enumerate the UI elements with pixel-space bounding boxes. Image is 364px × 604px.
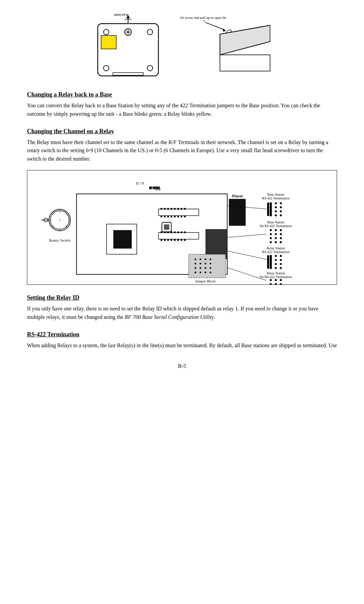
svg-rect-40	[149, 187, 152, 189]
svg-text:Relay Station: Relay Station	[267, 271, 285, 275]
svg-rect-79	[177, 239, 179, 241]
svg-rect-82	[189, 254, 225, 278]
svg-point-91	[194, 267, 196, 269]
svg-text:6: 6	[50, 219, 51, 222]
svg-point-94	[210, 267, 211, 269]
svg-rect-77	[171, 239, 172, 241]
svg-rect-53	[177, 208, 179, 210]
svg-point-126	[270, 237, 272, 239]
relay-id-italic: RF 700 Base Serial Configuration Utility	[125, 314, 214, 320]
top-diagram: unscrew tilt screw	[27, 13, 337, 81]
svg-rect-63	[184, 216, 186, 217]
svg-point-142	[280, 263, 282, 265]
svg-rect-74	[160, 239, 162, 241]
svg-rect-50	[167, 208, 169, 210]
svg-rect-62	[181, 216, 182, 217]
svg-rect-101	[164, 224, 169, 230]
svg-text:0: 0	[59, 210, 60, 213]
svg-rect-66	[160, 231, 162, 233]
svg-point-131	[280, 241, 282, 243]
svg-point-124	[275, 233, 277, 235]
svg-point-145	[280, 267, 282, 269]
svg-text:Rotary Switch: Rotary Switch	[49, 238, 70, 242]
svg-text:5: 5	[53, 225, 54, 228]
svg-point-106	[280, 202, 282, 204]
svg-rect-70	[174, 231, 176, 233]
svg-text:4: 4	[59, 228, 60, 231]
svg-point-115	[280, 214, 282, 216]
svg-text:RS-422 Termination: RS-422 Termination	[262, 250, 290, 254]
svg-line-159	[227, 268, 266, 280]
svg-rect-49	[164, 208, 165, 210]
svg-point-121	[275, 229, 277, 231]
svg-rect-78	[174, 239, 176, 241]
svg-text:Base Station: Base Station	[267, 193, 284, 196]
svg-point-122	[280, 229, 282, 231]
svg-point-83	[194, 258, 196, 260]
svg-rect-76	[167, 239, 169, 241]
svg-point-93	[205, 267, 206, 269]
svg-point-111	[275, 210, 277, 212]
svg-point-112	[280, 210, 282, 212]
svg-point-108	[275, 206, 277, 208]
svg-rect-59	[171, 216, 172, 217]
svg-line-157	[227, 234, 266, 238]
svg-point-86	[210, 258, 211, 260]
svg-rect-81	[184, 239, 186, 241]
svg-point-3	[103, 65, 109, 71]
svg-point-155	[280, 283, 282, 284]
svg-rect-146	[267, 255, 269, 269]
svg-line-158	[227, 251, 266, 259]
svg-point-97	[205, 272, 206, 273]
svg-text:3: 3	[65, 225, 67, 228]
svg-line-23	[204, 20, 205, 22]
svg-point-136	[280, 255, 282, 257]
svg-rect-41	[153, 187, 160, 189]
svg-point-114	[275, 214, 277, 216]
section-channel-title: Changing the Channel on a Relay	[27, 128, 337, 135]
section-relay-id-body: If you only have one relay, there is no …	[27, 305, 337, 322]
section-relay-back-title: Changing a Relay back to a Base	[27, 91, 337, 98]
svg-rect-12	[113, 73, 143, 75]
svg-text:unscrew: unscrew	[114, 13, 129, 17]
svg-rect-52	[174, 208, 176, 210]
svg-rect-57	[164, 216, 165, 217]
svg-rect-71	[177, 231, 179, 233]
svg-text:Power: Power	[232, 194, 243, 198]
svg-point-4	[147, 65, 153, 71]
svg-rect-46	[113, 230, 132, 249]
svg-point-150	[270, 279, 272, 281]
svg-point-98	[210, 272, 211, 273]
svg-point-153	[270, 283, 272, 284]
relay-id-body-end: .	[214, 314, 215, 320]
svg-text:Jumper Block: Jumper Block	[195, 279, 216, 283]
svg-point-129	[270, 241, 272, 243]
svg-text:tilt screw and pull up to open: tilt screw and pull up to open lid	[180, 16, 226, 20]
svg-text:No RS-422 Termination: No RS-422 Termination	[260, 275, 292, 279]
svg-point-141	[275, 263, 277, 265]
svg-rect-60	[174, 216, 176, 217]
svg-point-96	[200, 272, 201, 273]
svg-point-109	[280, 206, 282, 208]
svg-point-85	[205, 258, 206, 260]
section-channel-body: The Relay must have their channel set to…	[27, 138, 337, 163]
svg-text:Relay Station: Relay Station	[267, 246, 285, 250]
svg-point-89	[205, 263, 206, 265]
svg-line-14	[205, 22, 224, 30]
svg-point-138	[275, 259, 277, 261]
svg-rect-147	[270, 255, 272, 269]
svg-rect-21	[220, 55, 270, 71]
section-relay-back-body: You can convert the Relay back to a Base…	[27, 102, 337, 118]
svg-text:1: 1	[66, 213, 67, 216]
svg-text:2: 2	[68, 219, 69, 222]
circuit-diagram: Rotary Switch ↑ 0 1 2 3 4 5 6 7 D / N JP…	[27, 170, 337, 285]
svg-point-120	[270, 229, 272, 231]
device-box-right: tilt screw and pull up to open lid	[179, 13, 273, 81]
svg-point-90	[210, 263, 211, 265]
svg-point-135	[275, 255, 277, 257]
svg-rect-116	[267, 202, 269, 216]
svg-rect-5	[101, 35, 116, 49]
device-box-left: unscrew	[91, 13, 165, 81]
svg-rect-75	[164, 239, 165, 241]
svg-rect-58	[167, 216, 169, 217]
